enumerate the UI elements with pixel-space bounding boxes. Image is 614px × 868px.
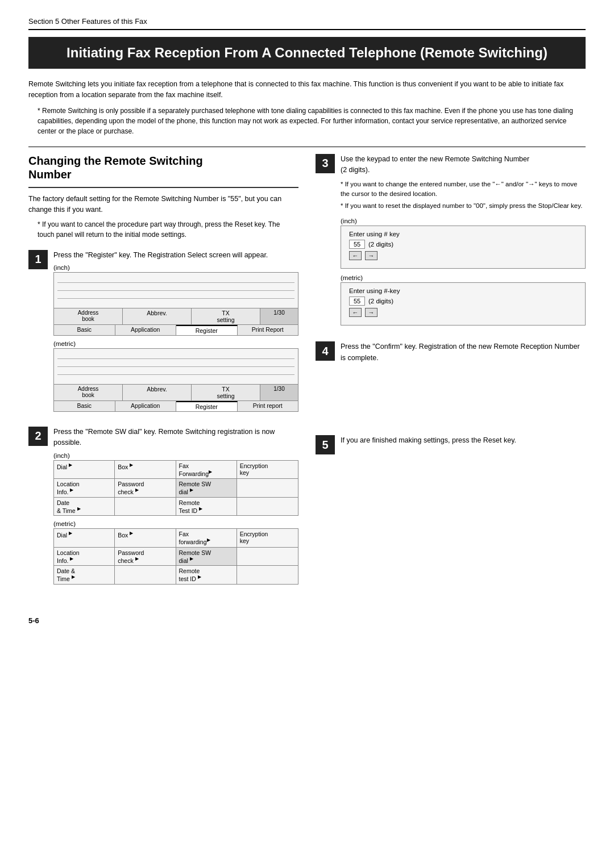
step4-number: 4 [316, 341, 335, 361]
cell-box-metric[interactable]: Box ▶ [115, 529, 176, 547]
step2-metric-label: (metric) [53, 520, 298, 527]
step2-desc: Press the "Remote SW dial" key. Remote S… [53, 427, 298, 449]
tab-address-book[interactable]: Addressbook [54, 308, 123, 324]
step2-block: 2 Press the "Remote SW dial" key. Remote… [28, 427, 298, 589]
step1-inch-label: (inch) [53, 264, 298, 271]
cell-dial-metric[interactable]: Dial ▶ [54, 529, 115, 547]
cell-empty1-inch [237, 479, 298, 497]
step3-number: 3 [316, 154, 335, 173]
step1-block: 1 Press the "Register" key. The Registra… [28, 250, 298, 416]
step4-desc: Press the "Confirm" key. Registration of… [341, 341, 586, 364]
tab-register[interactable]: Register [176, 325, 238, 335]
step1-inch-tabs: Addressbook Abbrev. TXsetting 1/30 [54, 308, 298, 324]
subsection-title: Changing the Remote Switching Number [28, 154, 298, 181]
tab-print-report-m[interactable]: Print report [238, 401, 298, 411]
cell-loc-inch[interactable]: LocationInfo. ▶ [54, 479, 115, 497]
step2-inch-label: (inch) [53, 452, 298, 459]
step3-metric-arrow-row: ← → [349, 308, 577, 317]
step3-desc: Use the keypad to enter the new Remote S… [341, 154, 586, 176]
cell-empty3-metric [237, 566, 298, 584]
step5-block: 5 If you are finished making settings, p… [316, 435, 586, 454]
right-column: 3 Use the keypad to enter the new Remote… [316, 154, 586, 599]
step3-inch-value: 55 [349, 240, 365, 249]
tab-register-m[interactable]: Register [176, 401, 238, 411]
subsection-note1: * If you want to cancel the procedure pa… [38, 219, 298, 240]
tab-address-book-m[interactable]: Addressbook [54, 385, 123, 400]
step1-metric-screen: Addressbook Abbrev. TXsetting 1/30 Basic… [53, 348, 298, 412]
step5-content: If you are finished making settings, pre… [341, 435, 586, 449]
step5-desc: If you are finished making settings, pre… [341, 435, 586, 446]
step3-inch-value-row: 55 (2 digits) [349, 240, 577, 249]
right-arrow-metric[interactable]: → [365, 308, 377, 317]
tab-abbrev-m[interactable]: Abbrev. [123, 385, 192, 400]
tab-abbrev[interactable]: Abbrev. [123, 308, 192, 324]
step1-inch-tabs2: Basic Application Register Print Report [54, 324, 298, 335]
step3-inch-label: (inch) [341, 218, 586, 224]
cell-pwd-metric[interactable]: Passwordcheck ▶ [115, 548, 176, 566]
step1-number: 1 [28, 250, 48, 269]
step3-metric-digits-label: (2 digits) [368, 298, 393, 304]
step3-metric-value: 55 [349, 297, 365, 306]
top-rule [28, 29, 586, 30]
page-title: Initiating Fax Reception From A Connecte… [28, 37, 586, 69]
step3-note1: * If you want to change the entered numb… [341, 180, 586, 199]
cell-box-inch[interactable]: Box ▶ [115, 461, 176, 479]
cell-pwd-inch[interactable]: Passwordcheck ▶ [115, 479, 176, 497]
tab-tx-setting-m[interactable]: TXsetting [192, 385, 260, 400]
cell-loc-metric[interactable]: LocationInfo. ▶ [54, 548, 115, 566]
step1-content: Press the "Register" key. The Registrati… [53, 250, 298, 416]
step3-inch-enter-label: Enter using # key [349, 231, 577, 237]
step3-metric-screen: Enter using #-key 55 (2 digits) ← → [341, 282, 586, 326]
subsection-rule [28, 187, 298, 188]
section-rule [28, 147, 586, 147]
cell-date-inch[interactable]: Date& Time ▶ [54, 498, 115, 516]
cell-remote-test-inch[interactable]: RemoteTest ID ▶ [176, 498, 237, 516]
cell-empty2-inch [115, 498, 176, 516]
step1-metric-label: (metric) [53, 340, 298, 347]
tab-print-report[interactable]: Print Report [238, 325, 298, 335]
intro-para1: Remote Switching lets you initiate fax r… [28, 79, 586, 101]
step2-content: Press the "Remote SW dial" key. Remote S… [53, 427, 298, 589]
step3-metric-enter-label: Enter using #-key [349, 287, 577, 294]
left-arrow-inch[interactable]: ← [349, 251, 362, 260]
step4-content: Press the "Confirm" key. Registration of… [341, 341, 586, 367]
step5-number: 5 [316, 435, 335, 454]
tab-application-m[interactable]: Application [115, 401, 177, 411]
tab-page-metric: 1/30 [260, 385, 298, 400]
cell-empty1-metric [237, 548, 298, 566]
step1-inch-screen: Addressbook Abbrev. TXsetting 1/30 Basic… [53, 272, 298, 336]
tab-tx-setting[interactable]: TXsetting [192, 308, 260, 324]
step3-metric-value-row: 55 (2 digits) [349, 297, 577, 306]
cell-fax-fwd-inch[interactable]: FaxForwarding▶ [176, 461, 237, 479]
tab-basic[interactable]: Basic [54, 325, 115, 335]
step3-metric-label: (metric) [341, 274, 586, 281]
section-header: Section 5 Other Features of this Fax [28, 17, 586, 26]
cell-fax-fwd-metric[interactable]: Faxforwarding▶ [176, 529, 237, 547]
cell-remote-test-metric[interactable]: Remotetest ID ▶ [176, 566, 237, 584]
tab-basic-m[interactable]: Basic [54, 401, 115, 411]
step1-metric-tabs2: Basic Application Register Print report [54, 400, 298, 411]
cell-dial-inch[interactable]: Dial ▶ [54, 461, 115, 479]
step3-content: Use the keypad to enter the new Remote S… [341, 154, 586, 332]
step2-number: 2 [28, 427, 48, 446]
left-arrow-metric[interactable]: ← [349, 308, 362, 317]
tab-page-inch: 1/30 [260, 308, 298, 324]
right-arrow-inch[interactable]: → [365, 251, 377, 260]
step3-inch-digits-label: (2 digits) [368, 241, 393, 248]
step4-block: 4 Press the "Confirm" key. Registration … [316, 341, 586, 367]
cell-enc-metric[interactable]: Encryptionkey [237, 529, 298, 547]
step3-inch-screen: Enter using # key 55 (2 digits) ← → [341, 226, 586, 269]
left-column: Changing the Remote Switching Number The… [28, 154, 298, 599]
cell-enc-inch[interactable]: Encryptionkey [237, 461, 298, 479]
cell-remote-sw-metric[interactable]: Remote SWdial ▶ [176, 548, 237, 566]
step1-metric-tabs: Addressbook Abbrev. TXsetting 1/30 [54, 384, 298, 400]
cell-empty3-inch [237, 498, 298, 516]
step3-note2: * If you want to reset the displayed num… [341, 201, 586, 211]
tab-application[interactable]: Application [115, 325, 177, 335]
step2-metric-screen: Dial ▶ Box ▶ Faxforwarding▶ Encryptionke… [53, 528, 298, 585]
subsection-body1: The factory default setting for the Remo… [28, 194, 298, 216]
cell-date-metric[interactable]: Date &Time ▶ [54, 566, 115, 584]
intro-note1: * Remote Switching is only possible if a… [38, 106, 586, 136]
cell-remote-sw-inch[interactable]: Remote SWdial ▶ [176, 479, 237, 497]
step1-desc: Press the "Register" key. The Registrati… [53, 250, 298, 261]
